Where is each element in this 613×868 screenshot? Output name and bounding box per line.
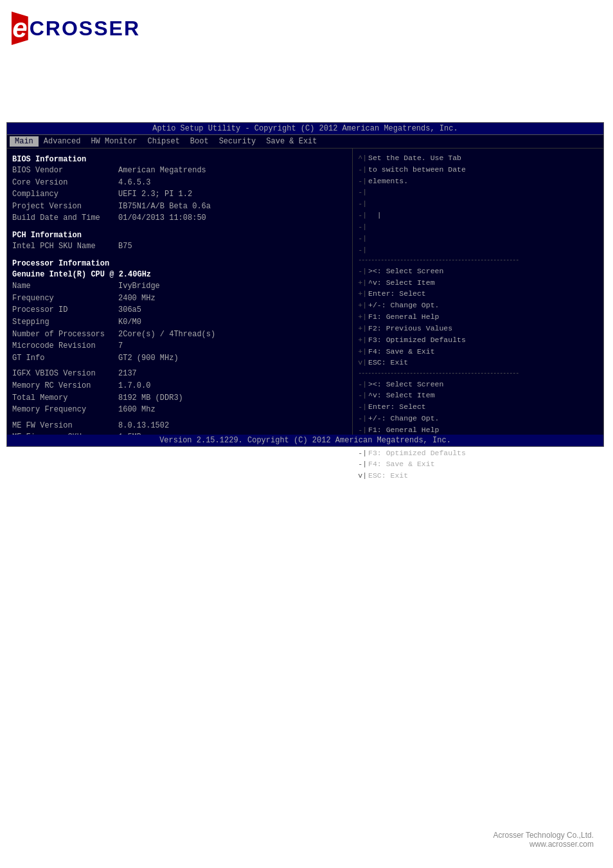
bios-vendor-value: American Megatrends [118,165,347,177]
stepping-value: K0/M0 [118,316,347,329]
stepping-row: Stepping K0/M0 [12,316,347,329]
help-line-1: ^| Set the Date. Use Tab [358,152,598,164]
nav-enter: +| Enter: Select [358,288,598,300]
processor-info-title: Processor Information [12,259,347,268]
total-memory-label: Total Memory [12,392,118,404]
bios-version-bar: Version 2.15.1229. Copyright (C) 2012 Am… [7,435,603,446]
right-separator-1: ----------------------------------------… [358,255,598,266]
microcode-row: Microcode Revision 7 [12,340,347,352]
processor-id-value: 306a5 [118,304,347,316]
compliancy-value: UEFI 2.3; PI 1.2 [118,188,347,201]
logo-brand-name: CROSSER [30,17,140,41]
memory-rc-row: Memory RC Version 1.7.0.0 [12,380,347,392]
cpu-model-value: Genuine Intel(R) CPU @ 2.40GHz [12,269,151,281]
bios-vendor-row: BIOS Vendor American Megatrends [12,165,347,177]
memory-freq-label: Memory Frequency [12,404,118,416]
help-line-2: -| to switch between Date [358,164,598,176]
igfx-vbios-row: IGFX VBIOS Version 2137 [12,368,347,380]
cpu-model-row: Genuine Intel(R) CPU @ 2.40GHz [12,269,347,281]
memory-freq-row: Memory Frequency 1600 Mhz [12,404,347,416]
nav-change-opt: +| +/-: Change Opt. [358,300,598,311]
help-line-4: -| [358,186,598,198]
company-name: Acrosser Technology Co.,Ltd. [493,831,594,840]
num-processors-label: Number of Processors [12,329,118,341]
bios-right-panel: ^| Set the Date. Use Tab -| to switch be… [353,149,603,441]
bios-title-bar: Aptio Setup Utility - Copyright (C) 2012… [7,123,603,135]
nav-esc: v| ESC: Exit [358,357,598,368]
build-date-value: 01/04/2013 11:08:50 [118,212,347,224]
company-info: Acrosser Technology Co.,Ltd. www.acrosse… [493,831,594,849]
gt-info-value: GT2 (900 MHz) [118,352,347,365]
memory-rc-label: Memory RC Version [12,380,118,392]
pch-info-title: PCH Information [12,231,347,240]
processor-id-label: Processor ID [12,304,118,316]
stepping-label: Stepping [12,316,118,329]
nav-select-screen: -| ><: Select Screen [358,266,598,277]
help-line-9: -| [358,244,598,256]
help-line-5: -| [358,198,598,210]
cpu-name-label: Name [12,280,118,293]
nav2-f4: -| F4: Save & Exit [358,458,598,470]
num-processors-row: Number of Processors 2Core(s) / 4Thread(… [12,329,347,341]
frequency-value: 2400 MHz [118,293,347,305]
compliancy-label: Compliancy [12,188,118,201]
project-version-row: Project Version IB75N1/A/B Beta 0.6a [12,201,347,213]
nav-f4: +| F4: Save & Exit [358,346,598,357]
menu-save-exit[interactable]: Save & Exit [261,136,322,147]
pch-sku-value: B75 [118,240,347,253]
bios-info-title: BIOS Information [12,155,347,164]
bios-menu-bar: Main Advanced HW Monitor Chipset Boot Se… [7,135,603,149]
bios-title: Aptio Setup Utility - Copyright (C) 2012… [152,124,458,133]
menu-chipset[interactable]: Chipset [142,136,184,147]
bios-left-panel: BIOS Information BIOS Vendor American Me… [7,149,353,441]
menu-hw-monitor[interactable]: HW Monitor [85,136,142,147]
pch-sku-row: Intel PCH SKU Name B75 [12,240,347,253]
nav2-select-screen: -| ><: Select Screen [358,379,598,390]
project-version-label: Project Version [12,201,118,213]
gt-info-label: GT Info [12,352,118,365]
logo: e CROSSER [12,12,140,45]
logo-e-letter: e [12,12,28,45]
memory-freq-value: 1600 Mhz [118,404,347,416]
bios-version-text: Version 2.15.1229. Copyright (C) 2012 Am… [159,436,451,445]
compliancy-row: Compliancy UEFI 2.3; PI 1.2 [12,188,347,201]
me-fw-row: ME FW Version 8.0.13.1502 [12,420,347,432]
cpu-name-row: Name IvyBridge [12,280,347,293]
menu-main[interactable]: Main [10,136,39,147]
frequency-label: Frequency [12,293,118,305]
help-line-7: -| [358,221,598,233]
frequency-row: Frequency 2400 MHz [12,293,347,305]
help-line-6: -| | [358,210,598,221]
num-processors-value: 2Core(s) / 4Thread(s) [118,329,347,341]
nav2-enter: -| Enter: Select [358,401,598,413]
build-date-label: Build Date and Time [12,212,118,224]
nav-f3: +| F3: Optimized Defaults [358,334,598,346]
nav2-esc: v| ESC: Exit [358,470,598,482]
cpu-name-value: IvyBridge [118,280,347,293]
menu-boot[interactable]: Boot [185,136,214,147]
me-fw-value: 8.0.13.1502 [118,420,347,432]
memory-rc-value: 1.7.0.0 [118,380,347,392]
help-line-3: -| elements. [358,176,598,187]
build-date-row: Build Date and Time 01/04/2013 11:08:50 [12,212,347,224]
microcode-value: 7 [118,340,347,352]
gt-info-row: GT Info GT2 (900 MHz) [12,352,347,365]
total-memory-value: 8192 MB (DDR3) [118,392,347,404]
bios-vendor-label: BIOS Vendor [12,165,118,177]
core-version-label: Core Version [12,177,118,189]
menu-advanced[interactable]: Advanced [39,136,86,147]
nav-f2: +| F2: Previous Values [358,323,598,334]
microcode-label: Microcode Revision [12,340,118,352]
nav-select-item: +| ^v: Select Item [358,277,598,289]
core-version-row: Core Version 4.6.5.3 [12,177,347,189]
igfx-vbios-value: 2137 [118,368,347,380]
company-website: www.acrosser.com [493,840,594,849]
logo-area: e CROSSER [12,12,140,53]
nav-f1: +| F1: General Help [358,311,598,323]
bios-content: BIOS Information BIOS Vendor American Me… [7,149,603,441]
right-separator-2: ----------------------------------------… [358,368,598,379]
menu-security[interactable]: Security [214,136,262,147]
me-fw-label: ME FW Version [12,420,118,432]
core-version-value: 4.6.5.3 [118,177,347,189]
help-line-8: -| [358,233,598,244]
